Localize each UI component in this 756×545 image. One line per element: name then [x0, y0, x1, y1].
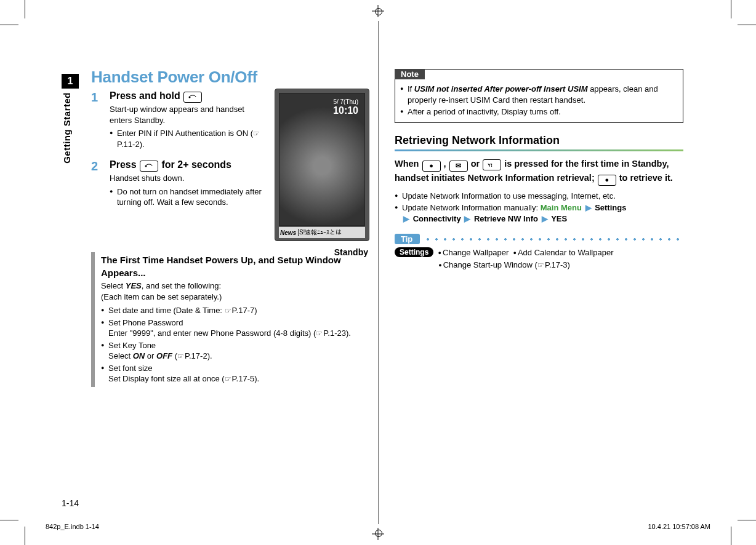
page-ref: P.17-7 — [232, 306, 255, 315]
pointer-icon — [253, 128, 260, 139]
menu-step: Retrieve NW Info — [474, 214, 538, 223]
list-item: Set font size Set Display font size all … — [101, 363, 380, 384]
footer-timestamp: 10.4.21 10:57:08 AM — [648, 523, 710, 530]
sub-text: Enter "9999", and enter new Phone Passwo… — [108, 328, 316, 338]
page-number: 1-14 — [62, 498, 79, 508]
list-item: Set date and time (Date & Time: P.17-7) — [101, 305, 380, 316]
arrow-icon: ▶ — [403, 214, 409, 223]
tip-item: Change Start-up Window ( — [443, 260, 537, 269]
crop-mark — [738, 520, 756, 520]
step-bullet: Do not turn on handset immediately after… — [110, 186, 263, 208]
note-strong: USIM not inserted After power-off Insert… — [414, 84, 588, 93]
sub-strong: ON — [133, 351, 145, 360]
bullet-text: ). — [140, 140, 145, 149]
center-key-icon: ● — [422, 161, 441, 172]
arrow-icon: ▶ — [464, 214, 470, 223]
callout-text: , and set the following: — [142, 281, 221, 290]
page-ref: P.17-3 — [545, 260, 568, 269]
svg-text:Y!: Y! — [488, 162, 493, 168]
sub-text: ). — [254, 374, 259, 383]
callout-title: The First Time Handset Powers Up, and Se… — [101, 253, 380, 279]
step-desc: Handset shuts down. — [110, 173, 263, 184]
note-label: Note — [395, 69, 425, 79]
note-text: After a period of inactivity, Display tu… — [408, 107, 561, 116]
menu-main: Main Menu — [541, 203, 582, 212]
tip-dot-icon — [513, 248, 517, 257]
standby-figure: 5/ 7(Thu) 10:10 News [S!速報ﾆｭｰｽとは Standby — [275, 89, 373, 257]
power-key-icon — [140, 161, 158, 172]
step-number: 1 — [91, 90, 102, 151]
callout-strong: YES — [126, 281, 142, 290]
sub-text: ( — [172, 351, 177, 360]
phone-ticker: News [S!速報ﾆｭｰｽとは — [279, 227, 365, 238]
arrow-icon: ▶ — [585, 203, 592, 212]
reg-mark — [375, 530, 382, 537]
svg-point-1 — [145, 165, 147, 167]
step-title: Press and hold — [110, 90, 263, 103]
callout-text: Select — [101, 281, 126, 290]
item-text: Set Key Tone — [108, 341, 156, 350]
crop-mark — [25, 0, 25, 18]
ticker-prefix: News — [280, 229, 296, 236]
item-text: Set font size — [108, 364, 153, 373]
sub-strong: OFF — [156, 351, 172, 360]
bullet-text: Update Network Information manually: — [402, 203, 541, 212]
crop-mark — [0, 520, 18, 520]
heading-underline — [395, 149, 683, 151]
tip-header: Tip — [395, 234, 683, 244]
sub-text: or — [145, 351, 156, 360]
crop-mark — [0, 25, 18, 25]
mail-key-icon: ✉ — [449, 161, 468, 172]
sub-text: ). — [346, 328, 351, 338]
pointer-icon — [225, 305, 232, 316]
callout-line: (Each item can be set separately.) — [101, 292, 380, 303]
tip-body: Settings Change Wallpaper Add Calendar t… — [395, 247, 683, 271]
intro-text: , — [444, 159, 449, 169]
settings-badge: Settings — [395, 247, 433, 257]
step-title-text: Press and hold — [110, 90, 183, 101]
network-bullet: Update Network Information manually: Mai… — [395, 202, 683, 224]
ticker-text: [S!速報ﾆｭｰｽとは — [297, 228, 342, 237]
list-item: Set Phone Password Enter "9999", and ent… — [101, 317, 380, 339]
section-heading: Retrieving Network Information — [395, 134, 683, 147]
svg-point-0 — [189, 97, 191, 98]
tip-item: ) — [568, 260, 570, 269]
tip-dot-icon — [438, 248, 443, 257]
list-item: Set Key Tone Select ON or OFF (P.17-2). — [101, 340, 380, 362]
item-sub: Select ON or OFF (P.17-2). — [108, 351, 380, 362]
step-2: 2 Press for 2+ seconds Handset shuts dow… — [91, 159, 263, 209]
bullet-text: Enter PIN if PIN Authentication is ON ( — [117, 129, 253, 138]
crop-mark — [738, 25, 756, 25]
pointer-icon — [225, 373, 232, 384]
intro-text: to retrieve it. — [619, 173, 673, 183]
step-title-text: for 2+ seconds — [162, 159, 231, 170]
sub-text: Select — [108, 351, 133, 360]
footer-filename: 842p_E.indb 1-14 — [46, 523, 99, 530]
figure-caption: Standby — [275, 247, 373, 257]
tip-badge: Tip — [395, 234, 420, 244]
page-ref: P.17-2 — [185, 351, 207, 360]
note-box: Note If USIM not inserted After power-of… — [395, 69, 683, 123]
phone-date: 5/ 7(Thu) — [333, 98, 358, 105]
pointer-icon — [177, 351, 185, 362]
menu-step: YES — [551, 214, 567, 223]
note-item: After a period of inactivity, Display tu… — [400, 106, 678, 117]
menu-step: Connectivity — [413, 214, 461, 223]
tip-item: Change Wallpaper — [443, 248, 509, 257]
step-title-text: Press — [110, 159, 139, 170]
item-text: ) — [254, 306, 257, 315]
page-ref: P.11-2 — [117, 140, 140, 149]
first-time-callout: The First Time Handset Powers Up, and Se… — [91, 252, 380, 387]
phone-screenshot: 5/ 7(Thu) 10:10 News [S!速報ﾆｭｰｽとは — [275, 89, 369, 241]
step-number: 2 — [91, 159, 102, 209]
item-sub: Enter "9999", and enter new Phone Passwo… — [108, 328, 380, 339]
menu-step: Settings — [595, 203, 626, 212]
pointer-icon — [316, 328, 323, 339]
phone-clock: 5/ 7(Thu) 10:10 — [333, 98, 358, 116]
page-title: Handset Power On/Off — [91, 68, 380, 87]
page-ref: P.1-23 — [323, 328, 346, 338]
crop-mark — [731, 527, 731, 545]
bullet-text: Do not turn on handset immediately after… — [117, 187, 262, 207]
network-intro: When ● , ✉ or Y! is pressed for the firs… — [395, 157, 683, 186]
step-title: Press for 2+ seconds — [110, 159, 263, 172]
